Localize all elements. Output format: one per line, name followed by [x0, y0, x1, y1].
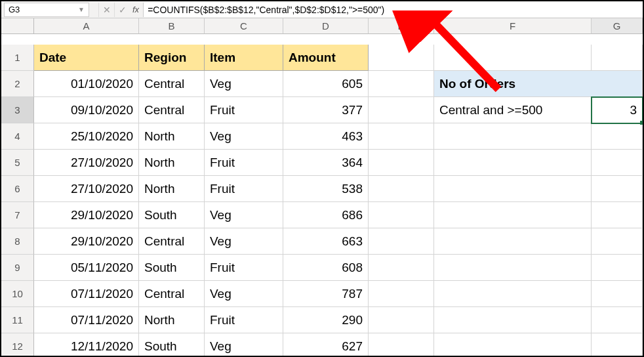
cell[interactable]: [592, 281, 643, 307]
cell-amount[interactable]: 364: [283, 150, 369, 176]
enter-icon[interactable]: ✓: [114, 3, 130, 17]
cell-date[interactable]: 05/11/2020: [34, 255, 139, 281]
cell-amount[interactable]: 463: [283, 123, 369, 150]
cell-date[interactable]: 01/10/2020: [34, 71, 139, 97]
cell-date[interactable]: 29/10/2020: [34, 228, 139, 255]
cell-date[interactable]: 09/10/2020: [34, 97, 139, 123]
cell-item[interactable]: Veg: [205, 123, 283, 150]
cell-item[interactable]: Veg: [205, 202, 283, 228]
row-header[interactable]: 11: [1, 307, 34, 333]
formula-input[interactable]: =COUNTIFS($B$2:$B$12,"Central",$D$2:$D$1…: [143, 3, 643, 17]
row-header[interactable]: 3: [1, 97, 34, 123]
cell-item[interactable]: Fruit: [205, 255, 283, 281]
cell-amount[interactable]: 608: [283, 255, 369, 281]
cell-region[interactable]: North: [139, 123, 205, 150]
result-cell[interactable]: 3: [592, 97, 643, 123]
cell-region[interactable]: Central: [139, 228, 205, 255]
cell[interactable]: [592, 176, 643, 202]
cell-date[interactable]: 25/10/2020: [34, 123, 139, 150]
col-header-F[interactable]: F: [434, 18, 592, 34]
row-header[interactable]: 7: [1, 202, 34, 228]
cell-region[interactable]: North: [139, 150, 205, 176]
row-header[interactable]: 1: [1, 45, 34, 71]
cell[interactable]: [434, 333, 592, 357]
cell-date[interactable]: 07/11/2020: [34, 307, 139, 333]
cell[interactable]: [434, 123, 592, 150]
cell-amount[interactable]: 627: [283, 333, 369, 357]
cell[interactable]: [592, 45, 643, 71]
col-header-A[interactable]: A: [34, 18, 139, 34]
cell-amount[interactable]: 787: [283, 281, 369, 307]
cancel-icon[interactable]: ✕: [98, 3, 114, 17]
cell[interactable]: [369, 202, 434, 228]
cell-item[interactable]: Veg: [205, 333, 283, 357]
cell-item[interactable]: Veg: [205, 71, 283, 97]
cell[interactable]: [369, 97, 434, 123]
cell[interactable]: [434, 307, 592, 333]
col-header-G[interactable]: G: [592, 18, 643, 34]
cell[interactable]: [369, 333, 434, 357]
cell-amount[interactable]: 377: [283, 97, 369, 123]
cell[interactable]: [434, 255, 592, 281]
cell-date[interactable]: 27/10/2020: [34, 150, 139, 176]
cell-amount[interactable]: 290: [283, 307, 369, 333]
cell[interactable]: [369, 255, 434, 281]
select-all-corner[interactable]: [1, 18, 34, 34]
cell-region[interactable]: South: [139, 202, 205, 228]
cell[interactable]: [369, 307, 434, 333]
cell[interactable]: [592, 255, 643, 281]
cell[interactable]: [592, 228, 643, 255]
row-header[interactable]: 10: [1, 281, 34, 307]
cell[interactable]: [369, 45, 434, 71]
row-header[interactable]: 9: [1, 255, 34, 281]
cell-date[interactable]: 27/10/2020: [34, 176, 139, 202]
row-header[interactable]: 6: [1, 176, 34, 202]
cell-amount[interactable]: 605: [283, 71, 369, 97]
col-header-E[interactable]: E: [369, 18, 434, 34]
cell[interactable]: [434, 202, 592, 228]
row-header[interactable]: 2: [1, 71, 34, 97]
cell[interactable]: [592, 307, 643, 333]
cell-item[interactable]: Fruit: [205, 307, 283, 333]
row-header[interactable]: 4: [1, 123, 34, 150]
cell-amount[interactable]: 663: [283, 228, 369, 255]
cell-date[interactable]: 12/11/2020: [34, 333, 139, 357]
cell-date[interactable]: 07/11/2020: [34, 281, 139, 307]
cell-item[interactable]: Fruit: [205, 176, 283, 202]
row-header[interactable]: 5: [1, 150, 34, 176]
cell-date[interactable]: 29/10/2020: [34, 202, 139, 228]
cell[interactable]: [434, 176, 592, 202]
cell-item[interactable]: Veg: [205, 281, 283, 307]
cell-item[interactable]: Fruit: [205, 97, 283, 123]
cell[interactable]: [434, 228, 592, 255]
spreadsheet-grid[interactable]: A B C D E F G 1 Date Region Item Amount …: [1, 18, 643, 357]
table-header-region[interactable]: Region: [139, 45, 205, 71]
cell[interactable]: [434, 281, 592, 307]
cell-region[interactable]: North: [139, 307, 205, 333]
cell[interactable]: [369, 123, 434, 150]
no-of-orders-title[interactable]: No of Orders: [434, 71, 643, 97]
criteria-label[interactable]: Central and >=500: [434, 97, 592, 123]
cell[interactable]: [592, 333, 643, 357]
cell-amount[interactable]: 686: [283, 202, 369, 228]
cell[interactable]: [434, 150, 592, 176]
cell-region[interactable]: Central: [139, 281, 205, 307]
cell[interactable]: [592, 150, 643, 176]
col-header-B[interactable]: B: [139, 18, 205, 34]
row-header[interactable]: 12: [1, 333, 34, 357]
cell[interactable]: [592, 123, 643, 150]
cell[interactable]: [592, 202, 643, 228]
cell[interactable]: [369, 228, 434, 255]
cell-region[interactable]: Central: [139, 97, 205, 123]
table-header-item[interactable]: Item: [205, 45, 283, 71]
dropdown-icon[interactable]: ▼: [78, 6, 85, 13]
table-header-date[interactable]: Date: [34, 45, 139, 71]
fx-icon[interactable]: fx: [132, 5, 139, 14]
cell-amount[interactable]: 538: [283, 176, 369, 202]
cell[interactable]: [434, 45, 592, 71]
cell[interactable]: [369, 176, 434, 202]
cell[interactable]: [369, 150, 434, 176]
cell[interactable]: [369, 71, 434, 97]
table-header-amount[interactable]: Amount: [283, 45, 369, 71]
cell[interactable]: [369, 281, 434, 307]
